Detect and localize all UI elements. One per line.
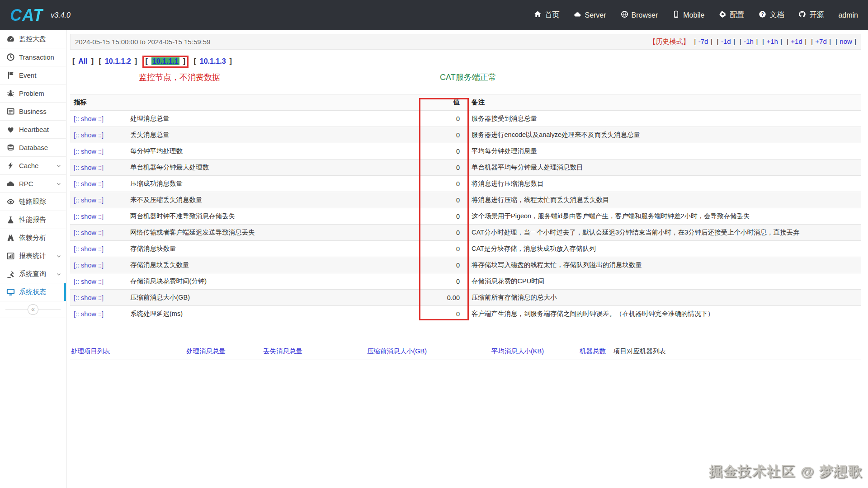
node-tabs: [All] [10.1.1.2] [10.1.1.1] [10.1.1.3] — [72, 56, 861, 68]
summary-col-machine-list: 项目对应机器列表 — [613, 343, 861, 360]
sidebar-item-rpc[interactable]: RPC — [0, 175, 66, 193]
summary-col-lost-messages[interactable]: 丢失消息总量 — [262, 343, 366, 360]
watermark: 掘金技术社区 @ 梦想歌 — [709, 462, 863, 481]
history-link-plus7d[interactable]: [+7d] — [811, 38, 831, 45]
show-link[interactable]: [:: show ::] — [70, 225, 127, 241]
cloud-icon — [574, 10, 581, 20]
metric-remark: CAT分小时处理，当一个小时过去了，默认会延迟3分钟结束当前小时，在3分钟后还接… — [463, 225, 861, 241]
sidebar-item-reports[interactable]: 报表统计 — [0, 247, 66, 265]
clock-icon — [6, 53, 15, 61]
show-link[interactable]: [:: show ::] — [70, 127, 127, 143]
annotation-green-note: CAT服务端正常 — [440, 72, 496, 83]
nav-docs[interactable]: ? 文档 — [759, 10, 784, 20]
metric-remark: CAT是分块存储，消息块成功放入存储队列 — [463, 241, 861, 257]
summary-col-avg-size-kb[interactable]: 平均消息大小(KB) — [491, 343, 579, 360]
sidebar-item-problem[interactable]: Problem — [0, 84, 66, 103]
show-link[interactable]: [:: show ::] — [70, 160, 127, 176]
show-link[interactable]: [:: show ::] — [70, 143, 127, 160]
annotation-red-note: 监控节点，不消费数据 — [139, 72, 220, 83]
metric-name: 存储消息块丢失数量 — [127, 257, 418, 273]
show-link[interactable]: [:: show ::] — [70, 241, 127, 257]
metric-remark: 将消息进行压缩，线程太忙而丢失消息丢失数目 — [463, 192, 861, 208]
sidebar-item-heartbeat[interactable]: Heartbeat — [0, 121, 66, 139]
show-link[interactable]: [:: show ::] — [70, 257, 127, 273]
sidebar-item-query[interactable]: 系统查询 — [0, 265, 66, 283]
nav-mobile[interactable]: Mobile — [672, 10, 704, 20]
table-row: [:: show ::]压缩成功消息数量0将消息进行压缩消息数目 — [70, 176, 861, 192]
app-logo[interactable]: CAT — [10, 6, 43, 25]
history-link-minus7d[interactable]: [-7d] — [694, 38, 712, 45]
tab-all[interactable]: [All] — [72, 57, 94, 65]
show-link[interactable]: [:: show ::] — [70, 273, 127, 290]
mobile-icon — [672, 10, 680, 20]
metric-value: 0 — [418, 176, 463, 192]
sidebar-item-transaction[interactable]: Transaction — [0, 48, 66, 66]
show-link[interactable]: [:: show ::] — [70, 306, 127, 322]
metric-remark: 存储消息花费的CPU时间 — [463, 273, 861, 290]
sidebar-item-performance[interactable]: 性能报告 — [0, 211, 66, 229]
top-navbar: CAT v3.4.0 首页 Server Browser Mobile 配置 ?… — [0, 0, 868, 30]
bar-chart-icon — [6, 252, 15, 260]
app-version: v3.4.0 — [51, 11, 71, 19]
sidebar-item-tracing[interactable]: 链路跟踪 — [0, 193, 66, 211]
globe-icon — [621, 10, 628, 20]
nav-admin[interactable]: admin — [838, 11, 858, 19]
metrics-header-row: 指标 值 备注 — [70, 94, 861, 111]
tab-10-1-1-3[interactable]: [10.1.1.3] — [193, 57, 231, 65]
nav-opensource[interactable]: 开源 — [798, 10, 824, 20]
sidebar-item-dependency[interactable]: 依赖分析 — [0, 229, 66, 247]
metric-value: 0 — [418, 241, 463, 257]
sidebar-item-dashboard[interactable]: 监控大盘 — [0, 30, 66, 48]
summary-col-size-gb[interactable]: 压缩前消息大小(GB) — [366, 343, 491, 360]
table-row: [:: show ::]处理消息总量0服务器接受到消息总量 — [70, 111, 861, 127]
sidebar-item-cache[interactable]: Cache — [0, 157, 66, 175]
metric-remark: 压缩前所有存储消息的总大小 — [463, 290, 861, 306]
header-value: 值 — [418, 94, 463, 111]
show-link[interactable]: [:: show ::] — [70, 176, 127, 192]
gear-icon — [719, 10, 726, 20]
show-link[interactable]: [:: show ::] — [70, 111, 127, 127]
metric-remark: 平均每分钟处理消息量 — [463, 143, 861, 160]
collapse-sidebar-button[interactable]: « — [28, 304, 38, 315]
history-link-minus1d[interactable]: [-1d] — [717, 38, 735, 45]
tab-10-1-1-2[interactable]: [10.1.1.2] — [99, 57, 137, 65]
sidebar-item-business[interactable]: Business — [0, 103, 66, 121]
table-row: [:: show ::]来不及压缩丢失消息数量0将消息进行压缩，线程太忙而丢失消… — [70, 192, 861, 208]
history-link-minus1h[interactable]: [-1h] — [740, 38, 758, 45]
history-link-plus1d[interactable]: [+1d] — [787, 38, 807, 45]
question-circle-icon: ? — [759, 10, 766, 20]
history-mode-label[interactable]: 【历史模式】 — [649, 38, 689, 45]
sidebar-item-event[interactable]: Event — [0, 66, 66, 84]
tab-10-1-1-1-selected[interactable]: [10.1.1.1] — [142, 56, 189, 68]
summary-col-projects[interactable]: 处理项目列表 — [70, 343, 185, 360]
table-row: [:: show ::]存储消息块数量0CAT是分块存储，消息块成功放入存储队列 — [70, 241, 861, 257]
sidebar-item-system-status[interactable]: 系统状态 — [0, 283, 66, 301]
summary-col-machine-count[interactable]: 机器总数 — [579, 343, 613, 360]
chevron-down-icon — [56, 272, 61, 277]
desktop-icon — [6, 288, 15, 296]
nav-config[interactable]: 配置 — [719, 10, 744, 20]
flask-icon — [6, 216, 15, 224]
svg-text:?: ? — [761, 12, 764, 17]
table-row: [:: show ::]每分钟平均处理数0平均每分钟处理消息量 — [70, 143, 861, 160]
nav-menu: 首页 Server Browser Mobile 配置 ? 文档 开源 admi… — [534, 10, 858, 20]
metric-value: 0 — [418, 143, 463, 160]
summary-header-row: 处理项目列表 处理消息总量 丢失消息总量 压缩前消息大小(GB) 平均消息大小(… — [70, 343, 861, 360]
header-metric: 指标 — [70, 94, 418, 111]
nav-server[interactable]: Server — [574, 10, 606, 20]
header-remark: 备注 — [463, 94, 861, 111]
date-range: 2024-05-15 15:00:00 to 2024-05-15 15:59:… — [75, 38, 210, 46]
history-link-now[interactable]: [now] — [835, 38, 856, 45]
show-link[interactable]: [:: show ::] — [70, 290, 127, 306]
show-link[interactable]: [:: show ::] — [70, 192, 127, 208]
table-row: [:: show ::]丢失消息总量0服务器进行encode以及analyze处… — [70, 127, 861, 143]
history-link-plus1h[interactable]: [+1h] — [762, 38, 782, 45]
summary-col-total-messages[interactable]: 处理消息总量 — [185, 343, 262, 360]
nav-browser[interactable]: Browser — [621, 10, 658, 20]
metric-name: 存储消息块数量 — [127, 241, 418, 257]
bolt-icon — [6, 161, 15, 170]
nav-home[interactable]: 首页 — [534, 10, 559, 20]
show-link[interactable]: [:: show ::] — [70, 208, 127, 225]
metric-value: 0 — [418, 257, 463, 273]
sidebar-item-database[interactable]: Database — [0, 139, 66, 157]
